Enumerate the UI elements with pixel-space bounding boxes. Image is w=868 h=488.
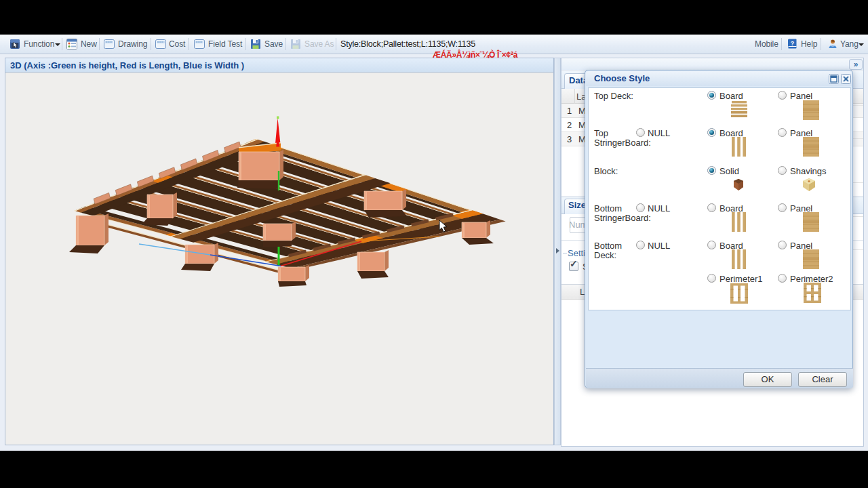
svg-text:?: ? xyxy=(791,40,795,47)
